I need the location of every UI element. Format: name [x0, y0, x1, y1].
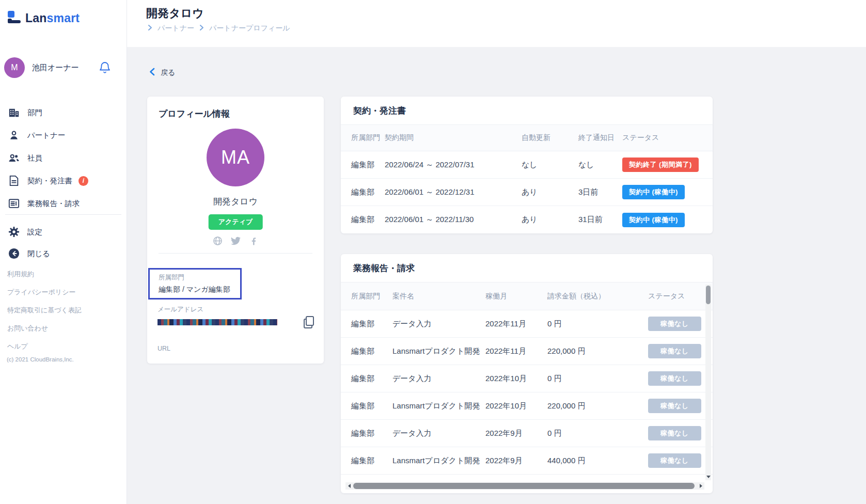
triangle-right-icon: [700, 484, 702, 488]
sidebar-menu: 部門 パートナー 社員: [0, 101, 127, 215]
chevron-right-icon: [199, 24, 204, 33]
cell-dept: 編集部: [351, 374, 392, 384]
breadcrumb-partners[interactable]: パートナー: [158, 24, 194, 33]
cell-notice: 31日前: [578, 215, 622, 225]
link-privacy-policy[interactable]: プライバシーポリシー: [7, 288, 82, 297]
cell-amount: 220,000 円: [547, 401, 648, 411]
link-terms[interactable]: 利用規約: [7, 270, 82, 279]
people-icon: [8, 152, 20, 164]
column-header: 請求金額（税込）: [547, 292, 648, 301]
cell-period: 2022/06/24 ～ 2022/07/31: [385, 160, 522, 170]
back-button[interactable]: 戻る: [149, 68, 175, 77]
cell-dept: 編集部: [351, 346, 392, 356]
table-row: 編集部 2022/06/01 ～ 2022/11/30 あり 31日前 契約中 …: [341, 206, 713, 233]
sidebar-item-collapse[interactable]: 閉じる: [0, 243, 127, 264]
sidebar-item-settings[interactable]: 設定: [0, 221, 127, 243]
scroll-down-button[interactable]: [705, 473, 711, 480]
logo-text: Lansmart: [25, 11, 80, 25]
status-badge: 契約中 (稼働中): [622, 213, 685, 227]
profile-name: 開発タロウ: [147, 196, 324, 208]
sidebar-item-partners[interactable]: パートナー: [0, 124, 127, 147]
sidebar: Lansmart M 池田オーナー: [0, 0, 127, 504]
column-header: 稼働月: [485, 292, 547, 301]
vertical-scrollbar[interactable]: [705, 285, 711, 480]
facebook-icon[interactable]: [249, 236, 259, 246]
table-row: 編集部 データ入力 2022年10月 0 円 稼働なし: [341, 365, 713, 392]
page-title: 開発タロウ: [146, 6, 204, 21]
lansmart-logo-icon: [7, 10, 21, 26]
app-logo[interactable]: Lansmart: [7, 10, 80, 26]
sidebar-item-label: 業務報告・請求: [27, 199, 80, 209]
cell-amount: 0 円: [547, 319, 648, 329]
cell-auto-renew: あり: [522, 187, 578, 197]
cell-project: データ入力: [392, 319, 485, 329]
department-highlight-box: 所属部門 編集部 / マンガ編集部: [148, 268, 242, 300]
cell-period: 2022/06/01 ～ 2022/11/30: [385, 215, 522, 225]
profile-divider: [159, 253, 312, 254]
status-badge: 稼働なし: [648, 453, 701, 468]
back-label: 戻る: [161, 68, 175, 77]
profile-avatar: MA: [207, 129, 264, 186]
sidebar-item-employees[interactable]: 社員: [0, 147, 127, 169]
sidebar-item-departments[interactable]: 部門: [0, 101, 127, 124]
scroll-left-button[interactable]: [345, 482, 353, 490]
column-header: 自動更新: [522, 133, 578, 143]
link-help[interactable]: ヘルプ: [7, 342, 82, 351]
sidebar-item-label: 部門: [27, 108, 42, 118]
email-field: メールアドレス: [158, 305, 277, 325]
vertical-scrollbar-thumb[interactable]: [706, 286, 711, 304]
building-icon: [8, 107, 20, 118]
sidebar-secondary-menu: 設定 閉じる: [0, 221, 127, 264]
reports-table-header: 所属部門 案件名 稼働月 請求金額（税込） ステータス: [341, 282, 713, 310]
cell-month: 2022年11月: [485, 346, 547, 356]
sidebar-item-reports[interactable]: 業務報告・請求: [0, 192, 127, 215]
contracts-card-title: 契約・発注書: [341, 97, 713, 125]
breadcrumb-partner-profile[interactable]: パートナープロフィール: [209, 24, 290, 33]
cell-month: 2022年9月: [485, 429, 547, 438]
column-header: 終了通知日: [578, 133, 622, 143]
copy-icon[interactable]: [303, 316, 315, 331]
contracts-card: 契約・発注書 所属部門 契約期間 自動更新 終了通知日 ステータス 編集部 20…: [341, 97, 713, 233]
chevron-left-icon: [149, 68, 155, 77]
twitter-icon[interactable]: [231, 236, 241, 246]
triangle-left-icon: [348, 484, 351, 488]
cell-amount: 220,000 円: [547, 346, 648, 356]
cell-project: データ入力: [392, 429, 485, 438]
globe-icon[interactable]: [213, 236, 223, 246]
cell-dept: 編集部: [351, 456, 392, 466]
contracts-table-header: 所属部門 契約期間 自動更新 終了通知日 ステータス: [341, 125, 713, 151]
notifications-bell-icon[interactable]: [99, 61, 111, 76]
scroll-right-button[interactable]: [697, 482, 704, 490]
horizontal-scrollbar-thumb[interactable]: [353, 483, 695, 489]
cell-auto-renew: あり: [522, 215, 578, 225]
page-header: 開発タロウ パートナー パートナープロフィール: [127, 0, 866, 47]
sidebar-item-label: 設定: [27, 227, 42, 237]
link-commercial-law[interactable]: 特定商取引に基づく表記: [7, 306, 82, 315]
user-avatar: M: [4, 57, 25, 78]
cell-project: データ入力: [392, 374, 485, 384]
cell-project: Lansmartプロダクト開発: [392, 346, 485, 356]
cell-dept: 編集部: [351, 429, 392, 438]
cell-month: 2022年9月: [485, 456, 547, 466]
cell-notice: 3日前: [578, 187, 622, 197]
sidebar-footer-links: 利用規約 プライバシーポリシー 特定商取引に基づく表記 お問い合わせ ヘルプ: [7, 270, 82, 360]
status-badge: 稼働なし: [648, 371, 701, 386]
cell-project: Lansmartプロダクト開発: [392, 401, 485, 411]
profile-card: プロフィール情報 MA 開発タロウ アクティブ 所属部門: [147, 97, 324, 364]
link-contact[interactable]: お問い合わせ: [7, 324, 82, 333]
column-header: ステータス: [648, 292, 713, 301]
sidebar-item-contracts[interactable]: 契約・発注書 i: [0, 169, 127, 192]
status-badge: 契約中 (稼働中): [622, 185, 685, 199]
reports-card: 業務報告・請求 所属部門 案件名 稼働月 請求金額（税込） ステータス 編集部 …: [341, 254, 713, 493]
cell-month: 2022年10月: [485, 374, 547, 384]
cell-dept: 編集部: [351, 319, 392, 329]
url-label: URL: [158, 345, 170, 352]
table-row: 編集部 データ入力 2022年11月 0 円 稼働なし: [341, 310, 713, 338]
current-user-row[interactable]: M 池田オーナー: [4, 57, 123, 78]
contracts-alert-badge: i: [78, 176, 88, 186]
horizontal-scrollbar[interactable]: [345, 482, 704, 490]
email-value-redacted: [158, 319, 277, 325]
email-label: メールアドレス: [158, 305, 277, 314]
cell-dept: 編集部: [351, 401, 392, 411]
cell-amount: 0 円: [547, 429, 648, 438]
